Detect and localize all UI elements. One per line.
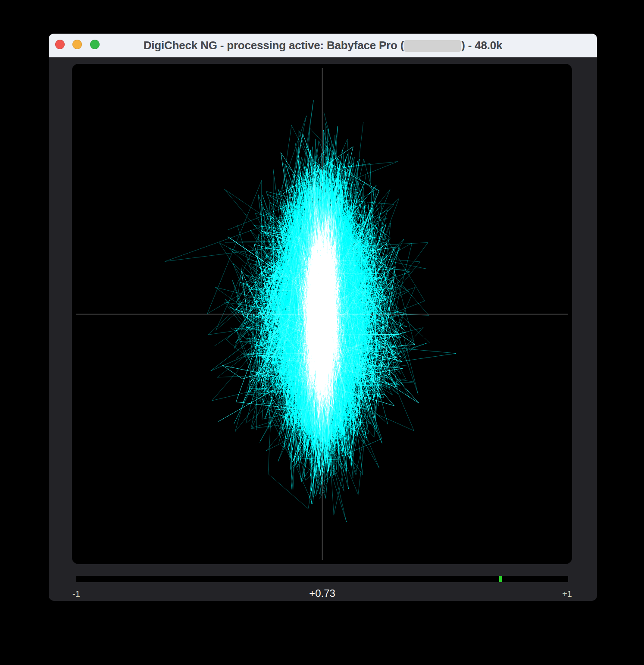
digicheck-window: DigiCheck NG - processing active: Babyfa… xyxy=(49,34,597,601)
correlation-meter-bar xyxy=(76,576,568,582)
correlation-value-label: +0.73 xyxy=(72,588,572,599)
vectorscope-canvas xyxy=(72,64,572,564)
desktop-background: { "window": { "title_prefix": "DigiCheck… xyxy=(0,0,644,665)
zoom-button[interactable] xyxy=(90,40,100,49)
correlation-marker xyxy=(499,576,502,582)
titlebar[interactable]: DigiCheck NG - processing active: Babyfa… xyxy=(49,34,597,57)
window-title: DigiCheck NG - processing active: Babyfa… xyxy=(49,34,597,57)
correlation-max-label: +1 xyxy=(562,589,572,599)
window-title-suffix: ) - 48.0k xyxy=(461,39,502,52)
close-button[interactable] xyxy=(55,40,65,49)
window-title-prefix: DigiCheck NG - processing active: Babyfa… xyxy=(144,39,404,52)
correlation-meter-labels: -1 +0.73 +1 xyxy=(72,587,572,599)
redacted-device-id xyxy=(404,40,461,52)
minimize-button[interactable] xyxy=(72,40,82,49)
vectorscope-display xyxy=(72,64,572,564)
